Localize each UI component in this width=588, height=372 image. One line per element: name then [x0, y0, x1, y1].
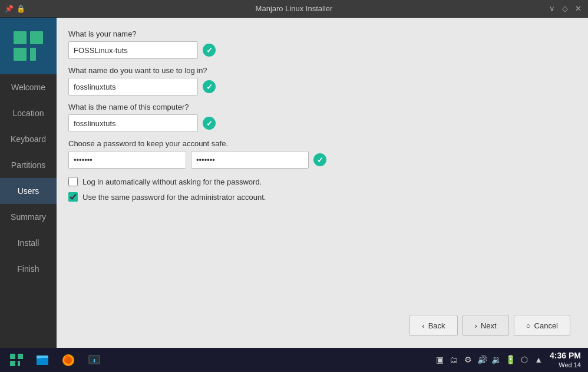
svg-rect-4 — [10, 354, 15, 359]
next-chevron-icon: › — [475, 321, 477, 330]
tray-network-icon[interactable]: 🔊 — [477, 354, 487, 365]
clock-date: Wed 14 — [550, 361, 581, 369]
window-title: Manjaro Linux Installer — [256, 4, 333, 13]
main-window: Welcome Location Keyboard Partitions Use… — [0, 18, 588, 348]
back-button[interactable]: ‹ Back — [409, 315, 457, 336]
tray-volume-icon[interactable]: 🔉 — [491, 354, 501, 365]
password-label: Choose a password to keep your account s… — [68, 139, 570, 148]
name-label: What is your name? — [68, 29, 570, 38]
button-bar: ‹ Back › Next ○ Cancel — [68, 309, 570, 336]
manjaro-logo-icon — [10, 28, 47, 64]
next-button[interactable]: › Next — [463, 315, 509, 336]
tray-bluetooth-icon[interactable]: ⬡ — [519, 354, 530, 365]
password-row — [68, 151, 570, 169]
sidebar-item-location[interactable]: Location — [0, 100, 57, 126]
name-group: What is your name? — [68, 29, 570, 59]
password-valid-icon — [313, 153, 326, 166]
title-bar: 📌 🔒 Manjaro Linux Installer ∨ ◇ ✕ — [0, 0, 588, 18]
taskbar-manjaro-icon — [9, 353, 24, 367]
tray-files-icon[interactable]: 🗂 — [448, 354, 459, 365]
title-bar-left: 📌 🔒 — [5, 5, 25, 13]
login-row — [68, 78, 570, 96]
taskbar-app-installer[interactable] — [82, 350, 106, 371]
taskbar-app-files[interactable] — [31, 350, 54, 371]
sidebar-item-welcome[interactable]: Welcome — [0, 74, 57, 100]
close-button[interactable]: ✕ — [573, 4, 583, 14]
taskbar-installer-icon — [87, 353, 101, 367]
back-chevron-icon: ‹ — [422, 321, 424, 330]
admin-password-row: Use the same password for the administra… — [68, 192, 570, 202]
taskbar: ▣ 🗂 ⚙ 🔊 🔉 🔋 ⬡ ▲ 4:36 PM Wed 14 — [0, 348, 588, 372]
auto-login-row: Log in automatically without asking for … — [68, 177, 570, 186]
svg-rect-2 — [30, 31, 43, 44]
admin-password-checkbox[interactable] — [68, 192, 78, 202]
sidebar-item-install[interactable]: Install — [0, 230, 57, 256]
password-confirm-input[interactable] — [191, 151, 309, 169]
svg-rect-5 — [10, 361, 15, 366]
sidebar-item-keyboard[interactable]: Keyboard — [0, 126, 57, 152]
users-form: What is your name? What name do you want… — [68, 29, 570, 309]
password-input[interactable] — [68, 151, 186, 169]
clock-time: 4:36 PM — [550, 350, 581, 361]
login-input[interactable] — [68, 78, 198, 96]
taskbar-app-manjaro[interactable] — [5, 350, 28, 371]
float-button[interactable]: ◇ — [560, 4, 570, 14]
cancel-icon: ○ — [526, 321, 531, 330]
auto-login-label: Log in automatically without asking for … — [82, 177, 262, 186]
title-bar-pins: 📌 🔒 — [5, 5, 25, 13]
computer-row — [68, 114, 570, 132]
checkbox-group: Log in automatically without asking for … — [68, 177, 570, 202]
svg-rect-0 — [14, 31, 27, 44]
computer-valid-icon — [203, 117, 216, 130]
auto-login-checkbox[interactable] — [68, 177, 78, 186]
svg-rect-3 — [30, 48, 36, 61]
name-valid-icon — [203, 44, 216, 57]
login-label: What name do you want to use to log in? — [68, 66, 570, 75]
taskbar-tray: ▣ 🗂 ⚙ 🔊 🔉 🔋 ⬡ ▲ 4:36 PM Wed 14 — [434, 350, 583, 369]
sidebar: Welcome Location Keyboard Partitions Use… — [0, 18, 57, 348]
name-input[interactable] — [68, 41, 198, 59]
tray-arrow-icon[interactable]: ▲ — [533, 354, 544, 365]
taskbar-clock[interactable]: 4:36 PM Wed 14 — [547, 350, 583, 369]
svg-rect-7 — [18, 361, 20, 366]
pin-icon[interactable]: 📌 — [5, 5, 13, 13]
svg-rect-10 — [37, 355, 41, 358]
sidebar-item-users[interactable]: Users — [0, 178, 57, 204]
tray-settings-icon[interactable]: ⚙ — [463, 354, 473, 365]
sidebar-item-finish[interactable]: Finish — [0, 256, 57, 282]
name-row — [68, 41, 570, 59]
svg-rect-9 — [37, 358, 48, 365]
sidebar-item-partitions[interactable]: Partitions — [0, 152, 57, 178]
tray-screen-icon[interactable]: ▣ — [434, 354, 445, 365]
computer-label: What is the name of this computer? — [68, 103, 570, 111]
sidebar-item-summary[interactable]: Summary — [0, 204, 57, 230]
computer-group: What is the name of this computer? — [68, 103, 570, 132]
password-group: Choose a password to keep your account s… — [68, 139, 570, 169]
admin-password-label: Use the same password for the administra… — [82, 193, 266, 202]
content-area: What is your name? What name do you want… — [57, 18, 588, 348]
computer-input[interactable] — [68, 114, 198, 132]
tray-battery-icon[interactable]: 🔋 — [505, 354, 516, 365]
login-valid-icon — [203, 80, 216, 93]
svg-rect-1 — [14, 48, 27, 61]
svg-rect-6 — [18, 354, 23, 359]
login-group: What name do you want to use to log in? — [68, 66, 570, 96]
cancel-button[interactable]: ○ Cancel — [514, 315, 570, 336]
title-bar-controls: ∨ ◇ ✕ — [547, 4, 583, 14]
taskbar-app-firefox[interactable] — [57, 350, 80, 371]
lock-icon[interactable]: 🔒 — [16, 5, 25, 13]
taskbar-files-icon — [35, 353, 49, 367]
app-logo — [0, 18, 57, 74]
taskbar-firefox-icon — [61, 353, 75, 367]
minimize-button[interactable]: ∨ — [547, 4, 557, 14]
